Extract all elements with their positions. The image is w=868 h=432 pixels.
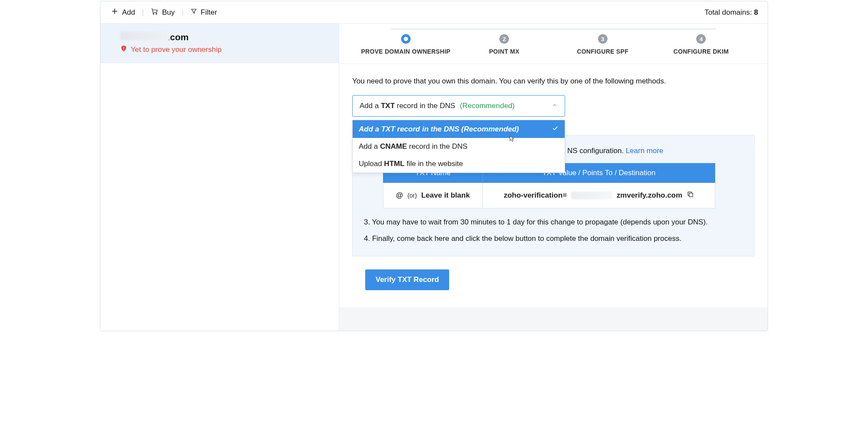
instruction-step4: 4. Finally, come back here and click the… bbox=[364, 234, 743, 243]
step-circle: 2 bbox=[499, 34, 509, 44]
panel: You need to prove that you own this doma… bbox=[339, 64, 768, 307]
cart-icon bbox=[151, 7, 158, 17]
step-point-mx[interactable]: 2 POINT MX bbox=[455, 34, 554, 55]
stepper: PROVE DOMAIN OWNERSHIP 2 POINT MX 3 CONF… bbox=[339, 24, 768, 64]
check-icon bbox=[552, 125, 559, 134]
step-circle: 4 bbox=[696, 34, 706, 44]
domain-name-redacted bbox=[120, 32, 170, 40]
svg-rect-5 bbox=[123, 49, 124, 50]
step-configure-dkim[interactable]: 4 CONFIGURE DKIM bbox=[652, 34, 751, 55]
domain-card[interactable]: .com Yet to prove your ownership bbox=[100, 24, 339, 63]
total-domains-label: Total domains: bbox=[704, 8, 752, 16]
step-circle: 3 bbox=[598, 34, 608, 44]
svg-rect-6 bbox=[689, 193, 693, 197]
dropdown-trigger-text: Add a TXT record in the DNS (Recommended… bbox=[360, 102, 514, 110]
main: .com Yet to prove your ownership PROVE D… bbox=[100, 24, 768, 331]
chevron-up-icon bbox=[552, 102, 558, 110]
dd-text-pre: Add a bbox=[360, 102, 381, 110]
dd-option-text: Upload HTML file in the website bbox=[359, 160, 463, 168]
toolbar: Add | Buy | Filter Total domains: 8 bbox=[100, 1, 768, 24]
txt-value-suffix: zmverify.zoho.com bbox=[617, 191, 682, 200]
step-label: POINT MX bbox=[489, 48, 519, 55]
domain-title: .com bbox=[120, 32, 328, 42]
step-label: CONFIGURE SPF bbox=[577, 48, 628, 55]
learn-more-link[interactable]: Learn more bbox=[626, 147, 663, 155]
intro-text: You need to prove that you own this doma… bbox=[352, 77, 755, 86]
td-txt-name: @ (or) Leave it blank bbox=[383, 183, 483, 208]
plus-icon bbox=[111, 7, 119, 17]
step-label: CONFIGURE DKIM bbox=[673, 48, 729, 55]
stepper-track bbox=[391, 29, 716, 29]
txt-name-at: @ bbox=[396, 191, 403, 200]
app-frame: Add | Buy | Filter Total domains: 8 bbox=[100, 1, 768, 331]
dropdown-option-html[interactable]: Upload HTML file in the website bbox=[353, 155, 565, 173]
dd-text-bold: TXT bbox=[381, 102, 395, 110]
domain-status-text: Yet to prove your ownership bbox=[131, 45, 222, 54]
dd-text-post: record in the DNS bbox=[395, 102, 455, 110]
txt-value-prefix: zoho-verification= bbox=[504, 191, 567, 200]
step-prove-ownership[interactable]: PROVE DOMAIN OWNERSHIP bbox=[357, 34, 455, 55]
total-domains-count: 8 bbox=[754, 8, 758, 16]
domain-status: Yet to prove your ownership bbox=[120, 45, 328, 54]
step2-text: NS configuration. bbox=[567, 147, 626, 155]
table-row: @ (or) Leave it blank zoho-verification=… bbox=[383, 183, 715, 208]
step-label: PROVE DOMAIN OWNERSHIP bbox=[361, 48, 450, 55]
filter-button[interactable]: Filter bbox=[190, 6, 218, 19]
svg-point-2 bbox=[153, 13, 154, 14]
td-txt-value: zoho-verification=zmverify.zoho.com bbox=[483, 183, 715, 208]
buy-label: Buy bbox=[162, 8, 174, 17]
total-domains: Total domains: 8 bbox=[704, 8, 758, 17]
dd-recommended: (Recommended) bbox=[460, 102, 515, 110]
toolbar-left: Add | Buy | Filter bbox=[110, 6, 218, 19]
dropdown-option-cname[interactable]: Add a CNAME record in the DNS bbox=[353, 138, 565, 155]
toolbar-separator: | bbox=[182, 9, 183, 16]
content: PROVE DOMAIN OWNERSHIP 2 POINT MX 3 CONF… bbox=[339, 24, 768, 331]
shield-alert-icon bbox=[120, 45, 127, 54]
svg-rect-4 bbox=[123, 47, 124, 49]
toolbar-separator: | bbox=[142, 9, 144, 16]
filter-icon bbox=[190, 8, 197, 17]
dd-option-text: Add a CNAME record in the DNS bbox=[359, 142, 467, 151]
dd-option-text: Add a TXT record in the DNS (Recommended… bbox=[359, 125, 519, 134]
step-circle-active bbox=[401, 34, 411, 44]
txt-value-redacted bbox=[571, 192, 612, 199]
buy-button[interactable]: Buy bbox=[150, 6, 175, 19]
svg-point-3 bbox=[156, 13, 157, 14]
add-button[interactable]: Add bbox=[110, 6, 136, 19]
dropdown-menu: Add a TXT record in the DNS (Recommended… bbox=[352, 120, 565, 173]
dropdown-option-txt[interactable]: Add a TXT record in the DNS (Recommended… bbox=[353, 120, 565, 138]
verify-txt-button[interactable]: Verify TXT Record bbox=[365, 269, 449, 290]
filter-label: Filter bbox=[201, 8, 217, 17]
sidebar: .com Yet to prove your ownership bbox=[100, 24, 339, 331]
add-label: Add bbox=[122, 8, 135, 17]
copy-icon[interactable] bbox=[687, 191, 694, 200]
txt-name-or: (or) bbox=[408, 192, 417, 199]
domain-suffix: .com bbox=[167, 32, 189, 42]
step-configure-spf[interactable]: 3 CONFIGURE SPF bbox=[553, 34, 652, 55]
dropdown-trigger[interactable]: Add a TXT record in the DNS (Recommended… bbox=[352, 95, 565, 117]
instruction-step3: 3. You may have to wait from 30 minutes … bbox=[364, 218, 743, 227]
verification-method-dropdown: Add a TXT record in the DNS (Recommended… bbox=[352, 95, 565, 117]
txt-name-blank: Leave it blank bbox=[421, 191, 469, 200]
